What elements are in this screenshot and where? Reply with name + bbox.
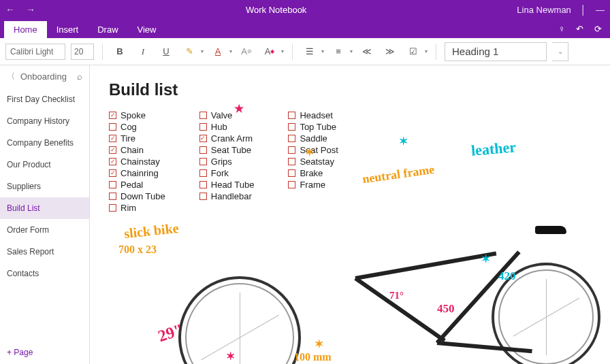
page-canvas[interactable]: Build list ✓SpokeCog✓Tire✓Chain✓Chainsta…: [90, 65, 610, 364]
checkbox-icon[interactable]: ✓: [109, 158, 116, 165]
section-header[interactable]: 〈 Onboarding ⌕: [0, 65, 89, 88]
checklist-item[interactable]: Down Tube: [109, 191, 165, 201]
highlight-button[interactable]: ✎: [180, 43, 198, 61]
checkbox-icon[interactable]: [288, 169, 295, 177]
checklist-item[interactable]: Hub: [199, 122, 255, 132]
checklist-item[interactable]: Headset: [288, 110, 338, 120]
tab-insert[interactable]: Insert: [47, 21, 89, 38]
checkbox-icon[interactable]: [199, 193, 207, 200]
checkbox-icon[interactable]: ✓: [109, 146, 116, 154]
outdent-button[interactable]: ≪: [358, 43, 376, 61]
checkbox-icon[interactable]: [199, 123, 207, 131]
indent-button[interactable]: ≫: [381, 43, 399, 61]
ribbon-toolbar: B I U ✎▾ A▾ A⊘ A◆▾ ☰▾ ≡▾ ≪ ≫ ☑▾ Heading …: [0, 38, 610, 65]
page-title[interactable]: Build list: [109, 80, 591, 99]
tab-draw[interactable]: Draw: [88, 21, 127, 38]
checklist-item[interactable]: Pedal: [109, 180, 165, 190]
underline-button[interactable]: U: [157, 43, 175, 61]
bold-button[interactable]: B: [111, 43, 129, 61]
checklist-item[interactable]: ✓Crank Arm: [199, 133, 255, 144]
checklist-label: Brake: [300, 168, 323, 178]
checkbox-icon[interactable]: [199, 146, 207, 154]
style-dropdown-icon[interactable]: ⌄: [552, 42, 568, 61]
bullets-button[interactable]: ☰: [301, 43, 319, 61]
checkbox-icon[interactable]: [288, 123, 295, 131]
todo-button[interactable]: ☑: [404, 43, 422, 61]
checklist-item[interactable]: ✓Spoke: [109, 110, 165, 120]
checklist-label: Seatstay: [300, 156, 334, 167]
checklist-item[interactable]: ✓Tire: [109, 133, 165, 144]
add-page-button[interactable]: + Page: [0, 341, 89, 364]
checkbox-icon[interactable]: [288, 112, 295, 119]
checkbox-icon[interactable]: [199, 158, 207, 165]
checklist-item[interactable]: Cog: [109, 122, 165, 132]
checkbox-icon[interactable]: ✓: [109, 112, 116, 119]
checklist-item[interactable]: Valve: [199, 110, 255, 120]
checklist-label: Head Tube: [211, 180, 255, 190]
checkbox-icon[interactable]: [109, 204, 116, 212]
checklist-label: Frame: [300, 180, 325, 190]
checkbox-icon[interactable]: [199, 112, 207, 119]
sidebar-item[interactable]: Suppliers: [0, 176, 89, 197]
tab-view[interactable]: View: [128, 21, 166, 38]
sidebar-item[interactable]: Company Benefits: [0, 132, 89, 154]
checklist-item[interactable]: Handlebar: [199, 191, 255, 201]
user-name[interactable]: Lina Newman: [517, 5, 571, 15]
checkbox-icon[interactable]: [288, 181, 295, 188]
sidebar-item[interactable]: Order Form: [0, 219, 89, 241]
seat: [535, 226, 566, 234]
font-size-input[interactable]: [71, 44, 94, 60]
numbering-button[interactable]: ≡: [330, 43, 347, 61]
checkbox-icon[interactable]: ✓: [109, 135, 116, 142]
checklist-item[interactable]: ✓Chainring: [109, 168, 165, 178]
sidebar-item[interactable]: Sales Report: [0, 241, 89, 263]
sidebar-item[interactable]: Company History: [0, 110, 89, 132]
checklist-item[interactable]: Seat Post: [288, 145, 338, 155]
checkbox-icon[interactable]: [288, 135, 295, 142]
font-color-button[interactable]: A: [209, 43, 227, 61]
checklist-item[interactable]: Seatstay: [288, 156, 338, 167]
style-selector[interactable]: Heading 1: [445, 42, 547, 61]
separator: [102, 44, 103, 60]
checklist-label: Hub: [211, 122, 227, 132]
checklist-item[interactable]: Fork: [199, 168, 255, 178]
separator: [292, 44, 293, 60]
checkbox-icon[interactable]: [109, 181, 116, 188]
checkbox-icon[interactable]: [109, 123, 116, 131]
checklist-item[interactable]: Head Tube: [199, 180, 255, 190]
checkbox-icon[interactable]: ✓: [109, 169, 116, 177]
checklist-item[interactable]: Top Tube: [288, 122, 338, 132]
forward-icon[interactable]: →: [26, 4, 35, 15]
checkbox-icon[interactable]: [199, 181, 207, 188]
checkbox-icon[interactable]: ✓: [199, 135, 207, 142]
checklist-item[interactable]: Brake: [288, 168, 338, 178]
search-icon[interactable]: ⌕: [77, 71, 82, 82]
sidebar-item[interactable]: Contacts: [0, 263, 89, 284]
italic-button[interactable]: I: [134, 43, 152, 61]
checkbox-icon[interactable]: [199, 169, 207, 177]
checklist-item[interactable]: Seat Tube: [199, 145, 255, 155]
title-bar: ← → Work Notebook Lina Newman │ —: [0, 0, 610, 19]
checkbox-icon[interactable]: [288, 146, 295, 154]
format-painter-button[interactable]: A◆: [261, 43, 278, 61]
checklist[interactable]: ✓SpokeCog✓Tire✓Chain✓Chainstay✓Chainring…: [109, 110, 591, 213]
checklist-item[interactable]: Saddle: [288, 133, 338, 144]
sync-icon[interactable]: ⟳: [594, 24, 602, 34]
sidebar-item[interactable]: Our Product: [0, 154, 89, 176]
clear-format-button[interactable]: A⊘: [238, 43, 255, 61]
sidebar-item[interactable]: First Day Checklist: [0, 88, 89, 110]
checklist-item[interactable]: Frame: [288, 180, 338, 190]
font-name-input[interactable]: [5, 44, 65, 60]
checklist-item[interactable]: ✓Chain: [109, 145, 165, 155]
sidebar-item[interactable]: Build List: [0, 197, 89, 219]
minimize-icon[interactable]: —: [596, 5, 605, 15]
idea-icon[interactable]: ♀: [558, 24, 565, 34]
tab-home[interactable]: Home: [4, 21, 47, 38]
checklist-item[interactable]: ✓Chainstay: [109, 156, 165, 167]
checklist-item[interactable]: Grips: [199, 156, 255, 167]
back-icon[interactable]: ←: [5, 4, 15, 15]
undo-icon[interactable]: ↶: [576, 24, 583, 34]
checkbox-icon[interactable]: [288, 158, 295, 165]
checkbox-icon[interactable]: [109, 193, 116, 200]
checklist-item[interactable]: Rim: [109, 203, 165, 213]
